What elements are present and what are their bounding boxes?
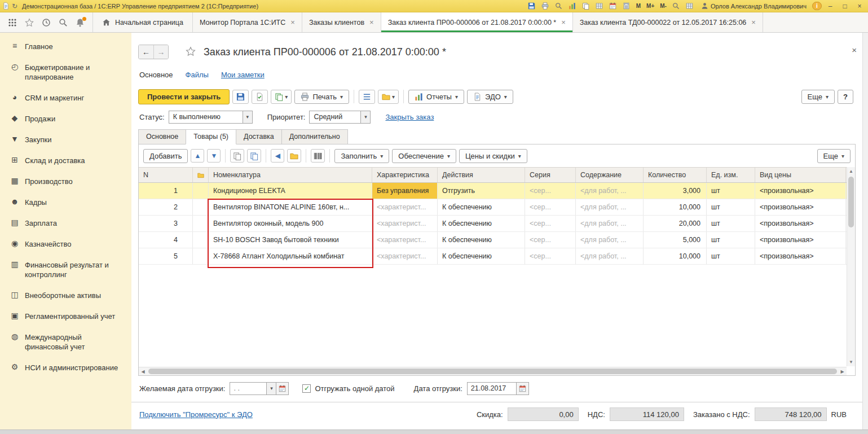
scroll-right-button[interactable]: ▶ <box>838 367 847 376</box>
more-button[interactable]: Еще▾ <box>801 90 835 104</box>
memory-minus-button[interactable]: M- <box>658 1 668 11</box>
sidebar-item[interactable]: ⚙ НСИ и администрирование <box>0 357 131 378</box>
desired-date-dropdown-button[interactable]: ▾ <box>267 382 276 395</box>
cell-characteristic[interactable]: Без управления <box>372 183 438 199</box>
cell-quantity[interactable]: 10,000 <box>644 199 707 215</box>
post-and-close-button[interactable]: Провести и закрыть <box>138 89 230 104</box>
cell-unit[interactable]: шт <box>707 216 755 231</box>
cell-content[interactable]: <для работ, ... <box>576 248 644 264</box>
refresh-icon[interactable]: ↻ <box>12 2 17 10</box>
sidebar-item[interactable]: ◍ Международный финансовый учет <box>0 327 131 357</box>
titlebar-table-button[interactable] <box>594 1 605 11</box>
sidebar-item[interactable]: ◆ Продажи <box>0 108 131 129</box>
nav-link-files[interactable]: Файлы <box>186 71 209 79</box>
cell-price-kind[interactable]: <произвольная> <box>755 183 846 199</box>
move-to-document-button[interactable]: ◀ <box>271 149 284 163</box>
cell-characteristic[interactable]: <характерист... <box>372 199 438 215</box>
cell-price-kind[interactable]: <произвольная> <box>755 232 846 248</box>
edo-connect-link[interactable]: Подключить "Промресурс" к ЭДО <box>139 410 253 419</box>
home-tab[interactable]: Начальная страница <box>92 12 192 32</box>
copy-row-button[interactable] <box>230 149 244 163</box>
sidebar-item[interactable]: ▼ Закупки <box>0 129 131 150</box>
sidebar-item[interactable]: ⊞ Склад и доставка <box>0 150 131 171</box>
save-button[interactable] <box>232 90 249 104</box>
cell-series[interactable]: <сер... <box>525 248 576 264</box>
reports-button[interactable]: Отчеты▾ <box>408 90 464 104</box>
current-user[interactable]: Орлов Александр Владимирович <box>701 2 807 10</box>
close-window-button[interactable]: × <box>853 1 866 11</box>
cell-characteristic[interactable]: <характерист... <box>372 248 438 264</box>
back-button[interactable]: ← <box>139 45 153 59</box>
move-row-up-button[interactable]: ▲ <box>191 149 204 163</box>
titlebar-calendar-button[interactable] <box>607 1 619 11</box>
forward-button[interactable]: → <box>153 45 168 59</box>
cell-unit[interactable]: шт <box>707 232 755 248</box>
tab-close-icon[interactable]: × <box>290 18 295 27</box>
single-date-checkbox[interactable]: ✓ <box>302 384 311 393</box>
document-tab[interactable]: Доставка <box>236 129 282 144</box>
titlebar-split-panel-button[interactable] <box>684 1 695 11</box>
page-tab[interactable]: Заказ клиента ПР00-000006 от 21.08.2017 … <box>381 12 572 32</box>
print-button[interactable]: Печать▾ <box>294 90 349 104</box>
cell-nomenclature[interactable]: Вентилятор BINATONE ALPINE 160вт, н... <box>209 199 372 215</box>
attached-files-button[interactable]: ▾ <box>378 90 399 104</box>
table-row[interactable]: 2 Вентилятор BINATONE ALPINE 160вт, н...… <box>139 199 855 216</box>
vertical-scroll-thumb[interactable] <box>848 177 854 227</box>
sidebar-item[interactable]: ≡ Главное <box>0 36 131 57</box>
sidebar-item[interactable]: ▦ Производство <box>0 171 131 192</box>
favorite-star-button[interactable] <box>186 46 196 58</box>
maximize-button[interactable]: □ <box>839 1 851 11</box>
vertical-scrollbar[interactable]: ▲ ▼ <box>847 167 855 366</box>
tab-close-icon[interactable]: × <box>369 18 374 27</box>
cell-quantity[interactable]: 5,000 <box>644 232 707 248</box>
cell-price-kind[interactable]: <произвольная> <box>755 248 846 264</box>
post-document-button[interactable] <box>252 90 268 104</box>
grid-more-button[interactable]: Еще▾ <box>817 149 851 163</box>
scroll-left-button[interactable]: ◀ <box>139 367 147 376</box>
cell-action[interactable]: Отгрузить <box>438 183 525 199</box>
fill-button[interactable]: Заполнить▾ <box>334 149 389 163</box>
sidebar-item[interactable]: ▥ Финансовый результат и контроллинг <box>0 255 131 285</box>
ship-date-calendar-button[interactable] <box>517 382 529 395</box>
document-tab[interactable]: Товары (5) <box>186 129 236 144</box>
supply-button[interactable]: Обеспечение▾ <box>392 149 456 163</box>
nav-link-notes[interactable]: Мои заметки <box>221 71 265 79</box>
document-structure-button[interactable] <box>359 90 375 104</box>
page-tab[interactable]: Монитор Портала 1С:ИТС × <box>192 12 302 32</box>
desired-date-calendar-button[interactable] <box>276 382 289 395</box>
cell-action[interactable]: К обеспечению <box>438 199 525 215</box>
cell-content[interactable]: <для работ, ... <box>576 232 644 248</box>
history-button[interactable] <box>42 18 51 27</box>
sidebar-item[interactable]: ◴ Бюджетирование и планирование <box>0 57 131 87</box>
scroll-up-button[interactable]: ▲ <box>847 167 855 176</box>
cell-series[interactable]: <сер... <box>525 232 576 248</box>
priority-input[interactable] <box>309 111 361 124</box>
cell-nomenclature[interactable]: Кондиционер ELEKTA <box>209 183 372 199</box>
cell-unit[interactable]: шт <box>707 183 755 199</box>
paste-row-button[interactable] <box>247 149 261 163</box>
titlebar-copy-button[interactable] <box>580 1 592 11</box>
cell-series[interactable]: <сер... <box>525 199 576 215</box>
cell-quantity[interactable]: 10,000 <box>644 248 707 264</box>
table-row[interactable]: 1 Кондиционер ELEKTA Без управления Отгр… <box>139 183 855 199</box>
sidebar-item[interactable]: ☻ Кадры <box>0 192 131 213</box>
sidebar-item[interactable]: ▣ Регламентированный учет <box>0 306 131 327</box>
info-button[interactable]: i <box>812 2 822 10</box>
cell-quantity[interactable]: 3,000 <box>644 183 707 199</box>
notifications-button[interactable] <box>76 18 85 27</box>
table-row[interactable]: 5 X-78668 Атлант Холодильный комбинат <х… <box>139 248 855 265</box>
cell-content[interactable]: <для работ, ... <box>576 183 644 199</box>
cell-price-kind[interactable]: <произвольная> <box>755 199 846 215</box>
close-order-link[interactable]: Закрыть заказ <box>385 113 434 121</box>
ship-date-input[interactable] <box>467 382 517 395</box>
cell-content[interactable]: <для работ, ... <box>576 199 644 215</box>
document-tab[interactable]: Дополнительно <box>281 129 348 144</box>
horizontal-scroll-thumb[interactable] <box>148 369 837 374</box>
titlebar-print-button[interactable] <box>540 1 551 11</box>
titlebar-search-button[interactable] <box>553 1 565 11</box>
cell-characteristic[interactable]: <характерист... <box>372 232 438 248</box>
cell-action[interactable]: К обеспечению <box>438 248 525 264</box>
cell-characteristic[interactable]: <характерист... <box>372 216 438 231</box>
scroll-down-button[interactable]: ▼ <box>847 358 855 366</box>
cell-content[interactable]: <для работ, ... <box>576 216 644 231</box>
